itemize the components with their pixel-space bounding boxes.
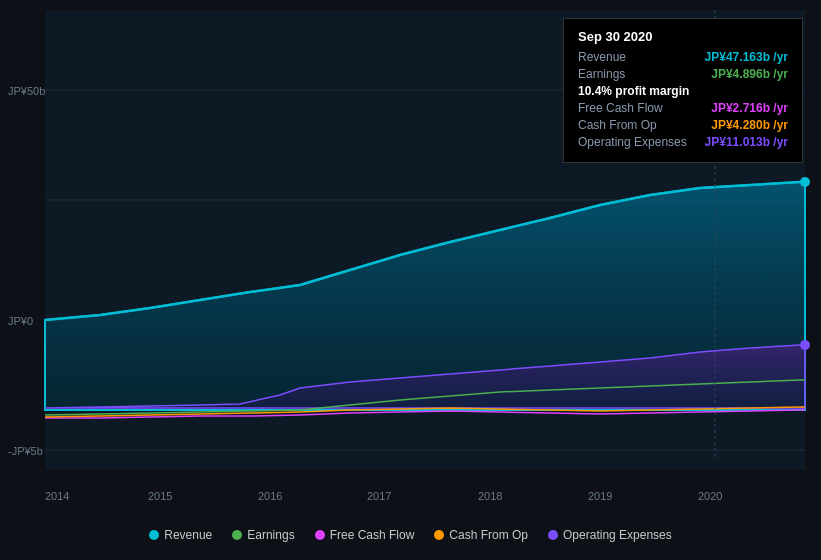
x-label-2019: 2019 <box>588 490 612 502</box>
y-label-0: JP¥0 <box>8 315 33 327</box>
svg-point-7 <box>800 177 810 187</box>
tooltip-label-revenue: Revenue <box>578 50 626 64</box>
x-label-2020: 2020 <box>698 490 722 502</box>
tooltip-label-fcf: Free Cash Flow <box>578 101 663 115</box>
x-label-2018: 2018 <box>478 490 502 502</box>
tooltip-row-opex: Operating Expenses JP¥11.013b /yr <box>578 135 788 149</box>
legend-dot-earnings <box>232 530 242 540</box>
legend-item-revenue[interactable]: Revenue <box>149 528 212 542</box>
tooltip-value-earnings: JP¥4.896b /yr <box>711 67 788 81</box>
tooltip-title: Sep 30 2020 <box>578 29 788 44</box>
tooltip-label-earnings: Earnings <box>578 67 625 81</box>
legend-item-fcf[interactable]: Free Cash Flow <box>315 528 415 542</box>
legend-dot-opex <box>548 530 558 540</box>
legend-dot-fcf <box>315 530 325 540</box>
tooltip-label-cashfromop: Cash From Op <box>578 118 657 132</box>
legend-dot-cashfromop <box>434 530 444 540</box>
tooltip-row-fcf: Free Cash Flow JP¥2.716b /yr <box>578 101 788 115</box>
chart-legend: Revenue Earnings Free Cash Flow Cash Fro… <box>0 510 821 560</box>
tooltip-value-fcf: JP¥2.716b /yr <box>711 101 788 115</box>
tooltip-value-opex: JP¥11.013b /yr <box>705 135 788 149</box>
legend-item-earnings[interactable]: Earnings <box>232 528 294 542</box>
legend-label-revenue: Revenue <box>164 528 212 542</box>
legend-label-fcf: Free Cash Flow <box>330 528 415 542</box>
legend-dot-revenue <box>149 530 159 540</box>
tooltip-value-cashfromop: JP¥4.280b /yr <box>711 118 788 132</box>
x-label-2014: 2014 <box>45 490 69 502</box>
legend-item-cashfromop[interactable]: Cash From Op <box>434 528 528 542</box>
tooltip-row-cashfromop: Cash From Op JP¥4.280b /yr <box>578 118 788 132</box>
legend-label-opex: Operating Expenses <box>563 528 672 542</box>
x-label-2017: 2017 <box>367 490 391 502</box>
x-label-2015: 2015 <box>148 490 172 502</box>
legend-label-cashfromop: Cash From Op <box>449 528 528 542</box>
tooltip-profit-margin: 10.4% profit margin <box>578 84 788 98</box>
legend-label-earnings: Earnings <box>247 528 294 542</box>
legend-item-opex[interactable]: Operating Expenses <box>548 528 672 542</box>
tooltip-row-earnings: Earnings JP¥4.896b /yr <box>578 67 788 81</box>
data-tooltip: Sep 30 2020 Revenue JP¥47.163b /yr Earni… <box>563 18 803 163</box>
tooltip-value-revenue: JP¥47.163b /yr <box>705 50 788 64</box>
tooltip-row-revenue: Revenue JP¥47.163b /yr <box>578 50 788 64</box>
y-label-neg5b: -JP¥5b <box>8 445 43 457</box>
svg-point-8 <box>800 340 810 350</box>
y-label-50b: JP¥50b <box>8 85 45 97</box>
tooltip-label-opex: Operating Expenses <box>578 135 687 149</box>
x-label-2016: 2016 <box>258 490 282 502</box>
